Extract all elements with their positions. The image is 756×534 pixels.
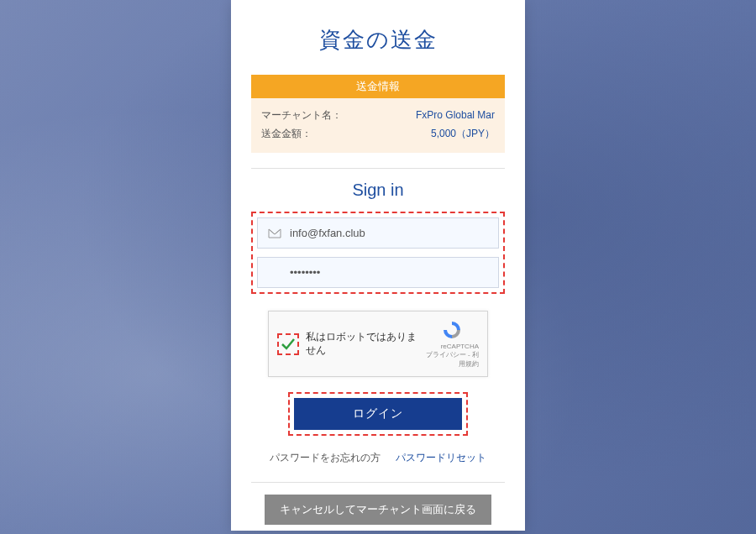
- recaptcha-box[interactable]: 私はロボットではありません reCAPTCHA プライバシー - 利用規約: [268, 311, 488, 377]
- login-card: 資金の送金 送金情報 マーチャント名： FxPro Global Mar 送金金…: [231, 0, 525, 531]
- password-wrap: [253, 253, 503, 292]
- captcha-checkbox[interactable]: [277, 333, 299, 355]
- info-body: マーチャント名： FxPro Global Mar 送金金額： 5,000（JP…: [251, 98, 505, 153]
- info-row-amount: 送金金額： 5,000（JPY）: [261, 125, 495, 144]
- mail-icon: [268, 228, 281, 238]
- captcha-text: 私はロボットではありません: [306, 331, 425, 357]
- recaptcha-icon: [441, 319, 463, 341]
- help-links: パスワードをお忘れの方 パスワードリセット: [251, 451, 505, 465]
- captcha-wrap: 私はロボットではありません reCAPTCHA プライバシー - 利用規約: [251, 311, 505, 377]
- info-row-merchant: マーチャント名： FxPro Global Mar: [261, 107, 495, 125]
- password-input[interactable]: [268, 266, 488, 279]
- amount-label: 送金金額：: [261, 125, 312, 144]
- credentials-highlight: [251, 212, 505, 294]
- amount-value: 5,000（JPY）: [431, 125, 495, 144]
- page-title: 資金の送金: [251, 25, 505, 55]
- captcha-brand: reCAPTCHA プライバシー - 利用規約: [425, 319, 479, 369]
- signin-title: Sign in: [251, 181, 505, 200]
- captcha-brand-name: reCAPTCHA: [425, 343, 479, 350]
- merchant-value: FxPro Global Mar: [416, 107, 495, 125]
- login-highlight: ログイン: [288, 392, 468, 436]
- transfer-info-panel: 送金情報 マーチャント名： FxPro Global Mar 送金金額： 5,0…: [251, 75, 505, 153]
- captcha-terms: プライバシー - 利用規約: [425, 350, 479, 369]
- check-icon: [280, 336, 297, 353]
- login-wrap: ログイン: [251, 392, 505, 436]
- divider-bottom: [251, 482, 505, 483]
- divider: [251, 168, 505, 169]
- login-button[interactable]: ログイン: [294, 398, 462, 430]
- email-input[interactable]: [290, 227, 488, 239]
- password-reset-link[interactable]: パスワードリセット: [396, 452, 486, 463]
- forgot-password-label: パスワードをお忘れの方: [270, 452, 381, 463]
- merchant-label: マーチャント名：: [261, 107, 342, 125]
- info-header: 送金情報: [251, 75, 505, 98]
- cancel-button[interactable]: キャンセルしてマーチャント画面に戻る: [265, 495, 491, 525]
- email-wrap: [253, 213, 503, 253]
- email-field-container[interactable]: [257, 217, 499, 249]
- password-field-container[interactable]: [257, 257, 499, 288]
